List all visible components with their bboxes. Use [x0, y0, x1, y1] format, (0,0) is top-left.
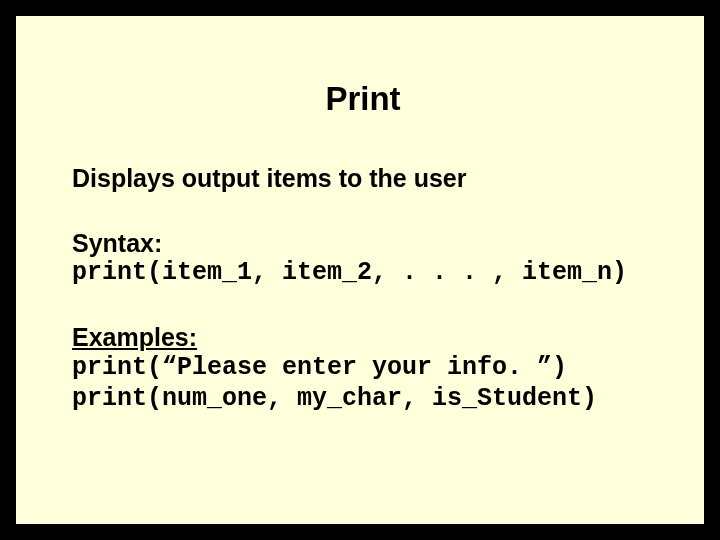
- example-code-2: print(num_one, my_char, is_Student): [72, 383, 654, 414]
- slide: Print Displays output items to the user …: [13, 13, 707, 527]
- examples-label: Examples:: [72, 323, 654, 352]
- syntax-label: Syntax:: [72, 229, 654, 258]
- slide-subtitle: Displays output items to the user: [72, 164, 654, 193]
- slide-frame: Print Displays output items to the user …: [9, 9, 711, 531]
- example-code-1: print(“Please enter your info. ”): [72, 352, 654, 383]
- slide-title: Print: [72, 80, 654, 118]
- syntax-code: print(item_1, item_2, . . . , item_n): [72, 258, 654, 287]
